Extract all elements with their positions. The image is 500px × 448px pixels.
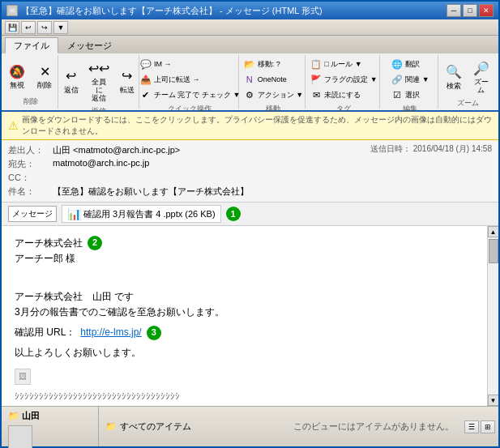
- all-items-label[interactable]: すべてのアイテム: [120, 420, 191, 433]
- scroll-down[interactable]: ▼: [488, 395, 499, 406]
- related-icon: 🔗: [391, 73, 404, 86]
- badge-3: 3: [147, 326, 161, 340]
- view-btn-2[interactable]: ⊞: [481, 420, 495, 433]
- cc-row: CC：: [8, 171, 362, 185]
- forward-icon: ↪: [118, 66, 137, 86]
- ignore-button[interactable]: 🔕 無視: [4, 60, 30, 92]
- zoom-button[interactable]: 🔎 ズーム: [468, 57, 494, 96]
- qt-more-btn[interactable]: ▼: [53, 21, 68, 34]
- flag-icon: 🚩: [310, 73, 323, 86]
- quick-buttons: 💬 IM → 📤 上司に転送 → ✔ チーム 完了で チェック ▼: [137, 55, 242, 104]
- to-value: matmoto@arch.inc-pc.jp: [53, 158, 362, 170]
- scroll-thumb[interactable]: [489, 239, 498, 263]
- maximize-button[interactable]: □: [463, 4, 477, 17]
- ribbon-tab-bar: ファイル メッセージ: [2, 36, 498, 53]
- to-row: 宛先： matmoto@arch.inc-pc.jp: [8, 157, 362, 171]
- message-tab[interactable]: メッセージ: [8, 206, 57, 222]
- security-text: 画像をダウンロードするには、ここをクリックします。プライバシー保護を促進するため…: [22, 114, 492, 137]
- person-avatar: [8, 425, 32, 448]
- related-button[interactable]: 🔗 関連 ▼: [388, 72, 431, 87]
- email-header: 差出人： 山田 <matmoto@arch.inc-pc.jp> 宛先： mat…: [2, 140, 498, 203]
- close-button[interactable]: ✕: [479, 4, 494, 17]
- move-button[interactable]: 📂 移動: ?: [241, 57, 306, 71]
- team-done-button[interactable]: ✔ チーム 完了で チェック ▼: [137, 87, 242, 102]
- zoom-buttons: 🔍 検索 🔎 ズーム: [441, 55, 494, 98]
- im-button[interactable]: 💬 IM →: [137, 57, 242, 71]
- fwd-boss-button[interactable]: 📤 上司に転送 →: [137, 72, 242, 87]
- rules-icon: 📋: [310, 58, 323, 70]
- cc-value: [53, 172, 362, 184]
- ignore-icon: 🔕: [7, 62, 27, 81]
- ribbon: 🔕 無視 ✕ 削除 削除 ↩ 返信 ↩↩ 全員に返信: [2, 53, 498, 112]
- main-window: ✉ 【至急】確認をお願いします【アーチ株式会社】 - メッセージ (HTML 形…: [0, 0, 500, 448]
- reply-all-icon: ↩↩: [89, 58, 109, 78]
- reply-all-button[interactable]: ↩↩ 全員に返信: [85, 57, 113, 105]
- delete-buttons: 🔕 無視 ✕ 削除: [4, 55, 58, 96]
- unread-icon: ✉: [310, 88, 323, 101]
- greeting-company: アーチ株式会社: [15, 236, 83, 251]
- im-icon: 💬: [139, 58, 152, 70]
- url-area: 確認用 URL： http://e-lms.jp/ 3: [15, 325, 474, 340]
- title-bar-left: ✉ 【至急】確認をお願いします【アーチ株式会社】 - メッセージ (HTML 形…: [6, 5, 323, 17]
- qt-undo-btn[interactable]: ↩: [21, 21, 36, 34]
- actions-button[interactable]: ⚙ アクション ▼: [241, 87, 306, 102]
- ribbon-group-quick: 💬 IM → 📤 上司に転送 → ✔ チーム 完了で チェック ▼ クイック操作: [141, 55, 240, 109]
- wavy1: ｼｼｼｼｼｼｼｼｼｼｼｼｼｼｼｼｼｼｼｼｼｼｼｼｼｼｼｼｼｼｼｼｼｼ: [15, 390, 474, 404]
- quick-access-toolbar: 💾 ↩ ↪ ▼: [2, 19, 498, 36]
- delete-icon: ✕: [35, 62, 54, 81]
- subject-label: 件名：: [8, 186, 53, 198]
- folder-items-icon: 📁: [105, 421, 117, 432]
- ribbon-group-tags: 📋 □ ルール ▼ 🚩 フラグの設定 ▼ ✉ 未読にする タグ: [307, 55, 380, 109]
- email-body-container: アーチ株式会社 アーチー郎 様 2 アーチ株式会社 山田 です 3月分の報告書で…: [2, 226, 498, 406]
- bottom-right-buttons: ☰ ⊞: [461, 407, 498, 446]
- qt-redo-btn[interactable]: ↪: [37, 21, 52, 34]
- fwd-boss-icon: 📤: [139, 73, 152, 86]
- select-icon: ☑: [391, 88, 404, 101]
- date-value: 2016/04/18 (月) 14:58: [413, 144, 492, 153]
- greeting-recipient: アーチー郎 様: [15, 251, 83, 267]
- move-buttons: 📂 移動: ? N OneNote ⚙ アクション ▼: [241, 55, 306, 104]
- forward-button[interactable]: ↪ 転送: [114, 65, 139, 96]
- no-items-area: このビューにはアイテムがありません。: [287, 407, 462, 446]
- security-icon: ⚠: [8, 119, 19, 132]
- title-bar: ✉ 【至急】確認をお願いします【アーチ株式会社】 - メッセージ (HTML 形…: [2, 2, 498, 19]
- reply-buttons: ↩ 返信 ↩↩ 全員に返信 ↪ 転送: [58, 55, 139, 106]
- tag-buttons: 📋 □ ルール ▼ 🚩 フラグの設定 ▼ ✉ 未読にする: [307, 55, 379, 104]
- attachment-bar: メッセージ 📊 確認用 3月報告書 4 .pptx (26 KB) 1: [2, 203, 498, 226]
- rules-button[interactable]: 📋 □ ルール ▼: [307, 57, 379, 71]
- bottom-bar: 📁 山田 📁 すべてのアイテム このビューにはアイテムがありません。 ☰ ⊞: [2, 406, 498, 446]
- unread-button[interactable]: ✉ 未読にする: [307, 87, 379, 102]
- body-closing: 以上よろしくお願いします。: [15, 345, 474, 361]
- security-bar[interactable]: ⚠ 画像をダウンロードするには、ここをクリックします。プライバシー保護を促進する…: [2, 112, 498, 140]
- onenote-button[interactable]: N OneNote: [241, 72, 306, 87]
- url-link[interactable]: http://e-lms.jp/: [80, 325, 141, 340]
- date-label: 送信日時：: [370, 144, 411, 153]
- delete-group-label: 削除: [24, 96, 38, 109]
- translate-button[interactable]: 🌐 翻訳: [388, 57, 431, 71]
- flag-button[interactable]: 🚩 フラグの設定 ▼: [307, 72, 379, 87]
- select-button[interactable]: ☑ 選択: [388, 87, 431, 102]
- from-label: 差出人：: [8, 144, 53, 156]
- subject-value: 【至急】確認をお願いします【アーチ株式会社】: [53, 186, 362, 198]
- title-buttons: ─ □ ✕: [447, 4, 494, 17]
- scroll-up[interactable]: ▲: [488, 226, 499, 237]
- ribbon-group-edit: 🌐 翻訳 🔗 関連 ▼ ☑ 選択 編集: [382, 55, 438, 109]
- search-ribbon-button[interactable]: 🔍 検索: [441, 61, 466, 92]
- ribbon-group-reply: ↩ 返信 ↩↩ 全員に返信 ↪ 転送 返信: [60, 55, 139, 109]
- body-message1: 3月分の報告書でのご確認を至急お願いします。: [15, 305, 474, 320]
- ribbon-group-zoom: 🔍 検索 🔎 ズーム ズーム: [440, 55, 495, 109]
- view-btn-1[interactable]: ☰: [464, 420, 479, 433]
- tab-file[interactable]: ファイル: [5, 37, 58, 53]
- ribbon-group-delete: 🔕 無視 ✕ 削除 削除: [5, 55, 58, 109]
- qt-save-btn[interactable]: 💾: [5, 21, 19, 34]
- tab-message[interactable]: メッセージ: [58, 37, 121, 53]
- scrollbar: ▲ ▼: [487, 226, 498, 406]
- ribbon-group-move: 📂 移動: ? N OneNote ⚙ アクション ▼ 移動: [241, 55, 306, 109]
- attachment-file[interactable]: 📊 確認用 3月報告書 4 .pptx (26 KB): [62, 205, 221, 223]
- minimize-button[interactable]: ─: [447, 4, 461, 17]
- edit-buttons: 🌐 翻訳 🔗 関連 ▼ ☑ 選択: [388, 55, 431, 104]
- body-greeting-block: アーチ株式会社 アーチー郎 様: [15, 236, 83, 267]
- translate-icon: 🌐: [391, 58, 404, 70]
- delete-button[interactable]: ✕ 削除: [32, 60, 58, 92]
- reply-button[interactable]: ↩ 返信: [58, 65, 83, 96]
